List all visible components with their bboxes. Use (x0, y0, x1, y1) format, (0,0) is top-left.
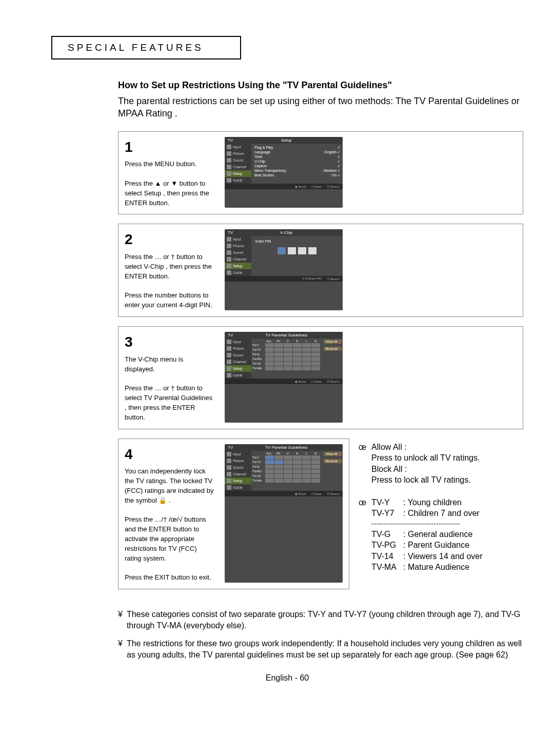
osd-tv-label: TV (228, 230, 233, 235)
section-title: SPECIAL FEATURES (68, 42, 225, 53)
step-3-text-1: The V-Chip menu is displayed. (125, 355, 214, 374)
step-3-number: 3 (125, 332, 214, 353)
osd-side-channel: Channel (225, 164, 251, 170)
block-all-label: Block All : (371, 464, 480, 475)
osd-side-guide: Guide (225, 177, 251, 184)
step-4-number: 4 (125, 444, 214, 465)
osd-title: V-Chip (280, 230, 292, 235)
note-2: ¥ The restrictions for these two groups … (118, 638, 523, 660)
rating-tvy7: TV-Y7: Children 7 and over (371, 508, 482, 519)
osd-side-setup: Setup (225, 170, 251, 177)
rating-tvma: TV-MA: Mature Audience (371, 562, 482, 573)
step-3: 3 The V-Chip menu is displayed. Press th… (118, 326, 523, 429)
osd-title: Setup (281, 138, 292, 143)
osd-parental-guidelines-2: TV TV Parental Guidelines Input Picture … (225, 444, 343, 583)
step-2-text-1: Press the … or † button to select V-Chip… (125, 252, 214, 282)
osd-vchip-pin: TV V-Chip Input Picture Sound Channel Se… (225, 229, 343, 310)
rating-tvy: TV-Y: Young children (371, 497, 482, 508)
osd-setup-menu: TV Setup Input Picture Sound Channel Set… (225, 137, 343, 208)
step-4: 4 You can independently lock the TV rati… (118, 439, 349, 590)
step-4-text-3: Press the EXIT button to exit. (125, 573, 214, 583)
rating-tv14: TV-14: Viewers 14 and over (371, 551, 482, 562)
osd-tv-label: TV (228, 138, 233, 143)
page-footer: English - 60 (51, 673, 523, 683)
allow-all-label: Allow All : (371, 442, 480, 453)
intro-text: The parental restrictions can be set up … (118, 95, 523, 120)
legend-column: œ Allow All : Press to unlock all TV rat… (359, 442, 483, 573)
step-1-number: 1 (125, 137, 214, 158)
legend-bullet: œ (359, 442, 366, 486)
step-2: 2 Press the … or † button to select V-Ch… (118, 224, 523, 317)
step-3-text-2: Press the … or † button to select TV Par… (125, 384, 214, 422)
osd-side-sound: Sound (225, 157, 251, 164)
block-all-text: Press to lock all TV ratings. (371, 474, 480, 486)
osd-parental-guidelines-1: TV TV Parental Guidelines Input Picture … (225, 332, 343, 423)
step-1: 1 Press the MENU button. Press the ▲ or … (118, 131, 523, 215)
step-4-text-1: You can independently lock the TV rating… (125, 467, 214, 505)
main-heading: How to Set up Restrictions Using the "TV… (118, 80, 523, 91)
step-1-text-2: Press the ▲ or ▼ button to select Setup … (125, 179, 214, 208)
section-title-box: SPECIAL FEATURES (51, 36, 241, 59)
step-2-text-2: Press the number buttons to enter your c… (125, 291, 214, 310)
allow-all-text: Press to unlock all TV ratings. (371, 452, 480, 464)
step-2-number: 2 (125, 229, 214, 250)
step-1-text-1: Press the MENU button. (125, 160, 214, 169)
rating-tvg: TV-G: General audience (371, 529, 482, 540)
pin-input-boxes (253, 244, 341, 257)
osd-side-input: Input (225, 144, 251, 150)
rating-divider: ------------------------------------- (371, 519, 482, 529)
osd-side-picture: Picture (225, 150, 251, 157)
rating-tvpg: TV-PG: Parent Guidance (371, 540, 482, 551)
note-1: ¥ These categories consist of two separa… (118, 609, 523, 631)
step-4-text-2: Press the …/† /œ/√ buttons and the ENTER… (125, 515, 214, 563)
legend-bullet: œ (359, 497, 366, 573)
